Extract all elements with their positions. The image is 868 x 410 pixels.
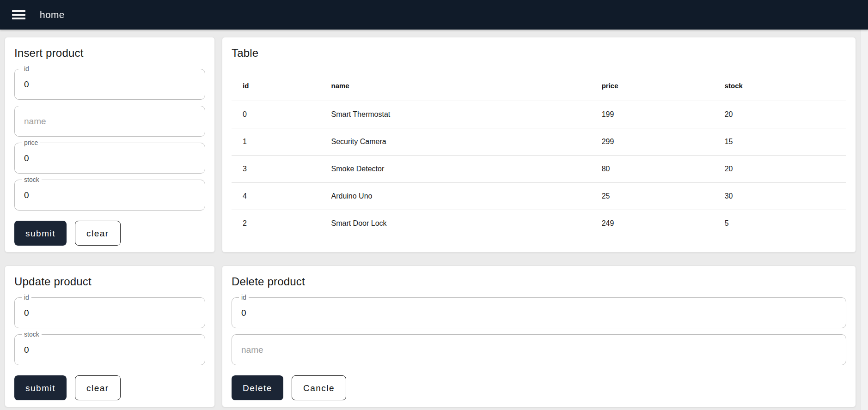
cell-id: 1 <box>232 128 324 156</box>
delete-button[interactable]: Delete <box>232 375 283 400</box>
insert-clear-button[interactable]: clear <box>75 221 121 246</box>
hamburger-bar <box>12 18 25 19</box>
delete-name-field <box>232 334 846 365</box>
cell-price: 25 <box>594 183 717 210</box>
scrollbar[interactable] <box>861 30 868 410</box>
cell-stock: 20 <box>717 156 846 183</box>
app-bar: home <box>0 0 868 30</box>
table-row: 1 Security Camera 299 15 <box>232 128 846 156</box>
cell-id: 0 <box>232 101 324 128</box>
hamburger-bar <box>12 10 25 12</box>
table-body: 0 Smart Thermostat 199 20 1 Security Cam… <box>232 101 846 237</box>
insert-stock-field: stock <box>14 180 205 211</box>
cell-name: Arduino Uno <box>324 183 594 210</box>
update-stock-input[interactable] <box>15 335 205 365</box>
update-stock-field: stock <box>14 334 205 365</box>
cell-id: 4 <box>232 183 324 210</box>
update-submit-button[interactable]: submit <box>14 375 67 400</box>
cell-stock: 5 <box>717 210 846 237</box>
cell-stock: 15 <box>717 128 846 156</box>
delete-id-label: id <box>239 294 249 301</box>
delete-product-title: Delete product <box>232 275 846 288</box>
insert-name-field <box>14 106 205 137</box>
delete-id-field: id <box>232 297 846 328</box>
cell-price: 299 <box>594 128 717 156</box>
column-header-id: id <box>232 69 324 101</box>
insert-product-card: Insert product id price stock submit cle… <box>5 37 215 253</box>
cell-name: Smart Thermostat <box>324 101 594 128</box>
delete-product-card: Delete product id Delete Cancle <box>222 265 856 407</box>
column-header-name: name <box>324 69 594 101</box>
cell-id: 2 <box>232 210 324 237</box>
menu-icon[interactable] <box>7 4 30 26</box>
page-title: home <box>40 9 65 20</box>
table-header: id name price stock <box>232 69 846 101</box>
table-row: 0 Smart Thermostat 199 20 <box>232 101 846 128</box>
insert-button-row: submit clear <box>14 221 205 246</box>
hamburger-bar <box>12 14 25 16</box>
table-header-row: id name price stock <box>232 69 846 101</box>
cell-price: 199 <box>594 101 717 128</box>
column-header-stock: stock <box>717 69 846 101</box>
insert-stock-input[interactable] <box>15 180 205 210</box>
cancel-button[interactable]: Cancle <box>292 375 346 400</box>
insert-id-field: id <box>14 69 205 100</box>
table-row: 2 Smart Door Lock 249 5 <box>232 210 846 237</box>
table-card: Table id name price stock 0 Smart Thermo… <box>222 37 856 253</box>
cell-stock: 30 <box>717 183 846 210</box>
table-row: 4 Arduino Uno 25 30 <box>232 183 846 210</box>
insert-product-title: Insert product <box>14 47 205 60</box>
cell-name: Security Camera <box>324 128 594 156</box>
delete-id-input[interactable] <box>232 298 846 328</box>
insert-id-input[interactable] <box>15 69 205 99</box>
cell-price: 80 <box>594 156 717 183</box>
update-button-row: submit clear <box>14 375 205 400</box>
cell-price: 249 <box>594 210 717 237</box>
cell-name: Smart Door Lock <box>324 210 594 237</box>
insert-stock-label: stock <box>22 176 42 184</box>
table-title: Table <box>232 47 846 60</box>
table-row: 3 Smoke Detector 80 20 <box>232 156 846 183</box>
update-id-input[interactable] <box>15 298 205 328</box>
cell-id: 3 <box>232 156 324 183</box>
column-header-price: price <box>594 69 717 101</box>
insert-price-input[interactable] <box>15 143 205 173</box>
products-table: id name price stock 0 Smart Thermostat 1… <box>232 69 846 237</box>
insert-name-input[interactable] <box>15 106 205 136</box>
delete-button-row: Delete Cancle <box>232 375 846 400</box>
insert-submit-button[interactable]: submit <box>14 221 67 246</box>
update-product-card: Update product id stock submit clear <box>5 265 215 407</box>
insert-price-label: price <box>22 139 40 147</box>
insert-price-field: price <box>14 143 205 174</box>
update-id-field: id <box>14 297 205 328</box>
cell-stock: 20 <box>717 101 846 128</box>
cell-name: Smoke Detector <box>324 156 594 183</box>
update-clear-button[interactable]: clear <box>75 375 121 400</box>
update-stock-label: stock <box>22 331 42 338</box>
update-product-title: Update product <box>14 275 205 288</box>
delete-name-input[interactable] <box>232 335 846 365</box>
main-content: Insert product id price stock submit cle… <box>0 30 868 410</box>
insert-id-label: id <box>22 65 31 73</box>
update-id-label: id <box>22 294 31 301</box>
